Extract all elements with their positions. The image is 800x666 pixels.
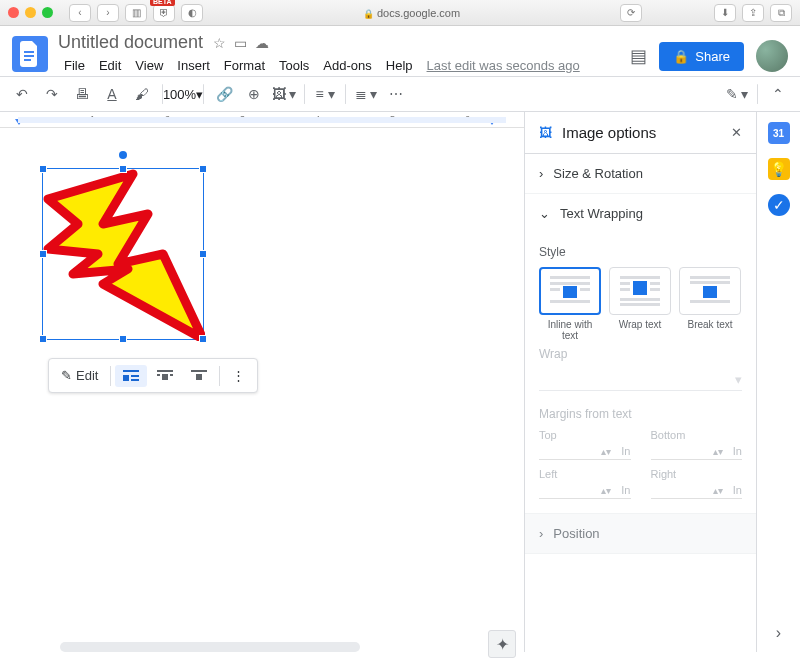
- menu-insert[interactable]: Insert: [171, 55, 216, 76]
- resize-handle[interactable]: [39, 165, 47, 173]
- document-title[interactable]: Untitled document: [58, 32, 203, 53]
- svg-rect-10: [157, 370, 173, 372]
- undo-button[interactable]: ↶: [8, 80, 36, 108]
- image-button[interactable]: 🖼 ▾: [270, 80, 298, 108]
- svg-rect-28: [620, 298, 660, 301]
- docs-header: Untitled document ☆ ▭ ☁ File Edit View I…: [0, 26, 800, 76]
- svg-rect-17: [550, 282, 590, 285]
- menu-addons[interactable]: Add-ons: [317, 55, 377, 76]
- print-button[interactable]: 🖶: [68, 80, 96, 108]
- close-window-icon[interactable]: [8, 7, 19, 18]
- menu-help[interactable]: Help: [380, 55, 419, 76]
- zoom-select[interactable]: 100% ▾: [169, 80, 197, 108]
- fullscreen-window-icon[interactable]: [42, 7, 53, 18]
- explore-button[interactable]: ✦: [488, 630, 516, 658]
- svg-rect-13: [170, 374, 173, 376]
- collapse-toolbar-button[interactable]: ⌃: [764, 80, 792, 108]
- link-button[interactable]: 🔗: [210, 80, 238, 108]
- menu-view[interactable]: View: [129, 55, 169, 76]
- image-options-panel: 🖼 Image options ✕ › Size & Rotation ⌄ Te…: [524, 112, 756, 652]
- download-icon[interactable]: ⬇: [714, 4, 736, 22]
- margin-bottom-field: Bottom ▴▾In: [651, 429, 743, 460]
- document-canvas[interactable]: 1 2 3 4 5 6: [0, 112, 524, 652]
- editing-mode-button[interactable]: ✎ ▾: [723, 80, 751, 108]
- close-panel-button[interactable]: ✕: [731, 125, 742, 140]
- section-text-wrapping[interactable]: ⌄ Text Wrapping: [525, 194, 756, 233]
- calendar-app-icon[interactable]: 31: [768, 122, 790, 144]
- forward-button[interactable]: ›: [97, 4, 119, 22]
- menu-edit[interactable]: Edit: [93, 55, 127, 76]
- inline-wrap-button[interactable]: [115, 365, 147, 387]
- margin-left-field: Left ▴▾In: [539, 468, 631, 499]
- workspace: 1 2 3 4 5 6: [0, 112, 800, 652]
- keep-app-icon[interactable]: 💡: [768, 158, 790, 180]
- horizontal-scrollbar[interactable]: [60, 642, 360, 652]
- sidebar-button[interactable]: ▥: [125, 4, 147, 22]
- svg-rect-0: [24, 51, 34, 53]
- star-icon[interactable]: ☆: [213, 35, 226, 51]
- resize-handle[interactable]: [199, 165, 207, 173]
- resize-handle[interactable]: [39, 250, 47, 258]
- paint-format-button[interactable]: 🖌: [128, 80, 156, 108]
- shield-icon[interactable]: ⛨: [153, 4, 175, 22]
- spellcheck-button[interactable]: A: [98, 80, 126, 108]
- contrast-icon[interactable]: ◐: [181, 4, 203, 22]
- redo-button[interactable]: ↷: [38, 80, 66, 108]
- resize-handle[interactable]: [39, 335, 47, 343]
- svg-rect-16: [550, 276, 590, 279]
- comments-icon[interactable]: ▤: [630, 45, 647, 67]
- docs-logo[interactable]: [12, 36, 48, 72]
- style-inline-option[interactable]: Inline with text: [539, 267, 601, 341]
- svg-rect-23: [620, 282, 630, 285]
- section-position[interactable]: › Position: [525, 514, 756, 553]
- svg-rect-14: [191, 370, 207, 372]
- style-break-option[interactable]: Break text: [679, 267, 741, 341]
- hide-sidepanel-button[interactable]: ›: [776, 624, 781, 642]
- menu-bar: File Edit View Insert Format Tools Add-o…: [58, 55, 620, 76]
- align-button[interactable]: ≡ ▾: [311, 80, 339, 108]
- tasks-app-icon[interactable]: ✓: [768, 194, 790, 216]
- more-tools-icon[interactable]: ⋯: [382, 80, 410, 108]
- line-spacing-button[interactable]: ≣ ▾: [352, 80, 380, 108]
- resize-handle[interactable]: [199, 335, 207, 343]
- svg-rect-2: [24, 59, 31, 61]
- image-icon: 🖼: [539, 125, 552, 140]
- resize-handle[interactable]: [199, 250, 207, 258]
- svg-rect-31: [690, 281, 730, 284]
- lightning-bolt-image[interactable]: [43, 169, 205, 341]
- resize-handle[interactable]: [119, 165, 127, 173]
- reload-button[interactable]: ⟳: [620, 4, 642, 22]
- move-icon[interactable]: ▭: [234, 35, 247, 51]
- section-size-rotation[interactable]: › Size & Rotation: [525, 154, 756, 193]
- more-options-button[interactable]: ⋮: [224, 363, 253, 388]
- cloud-icon[interactable]: ☁: [255, 35, 269, 51]
- back-button[interactable]: ‹: [69, 4, 91, 22]
- wrap-label: Wrap: [539, 347, 742, 361]
- wrap-text-button[interactable]: [149, 365, 181, 387]
- rotate-handle[interactable]: [119, 151, 127, 159]
- break-text-button[interactable]: [183, 365, 215, 387]
- share-button[interactable]: 🔒 Share: [659, 42, 744, 71]
- selected-image[interactable]: [42, 168, 204, 340]
- horizontal-ruler[interactable]: 1 2 3 4 5 6: [0, 112, 524, 128]
- style-wrap-option[interactable]: Wrap text: [609, 267, 671, 341]
- minimize-window-icon[interactable]: [25, 7, 36, 18]
- page[interactable]: ✎ Edit ⋮: [0, 128, 524, 652]
- resize-handle[interactable]: [119, 335, 127, 343]
- pencil-icon: ✎: [61, 368, 72, 383]
- svg-rect-24: [633, 281, 647, 295]
- address-bar[interactable]: 🔒 docs.google.com: [209, 7, 614, 19]
- menu-file[interactable]: File: [58, 55, 91, 76]
- menu-format[interactable]: Format: [218, 55, 271, 76]
- panel-title: Image options: [562, 124, 721, 141]
- share-icon[interactable]: ⇪: [742, 4, 764, 22]
- menu-tools[interactable]: Tools: [273, 55, 315, 76]
- image-context-toolbar: ✎ Edit ⋮: [48, 358, 258, 393]
- margin-top-field: Top ▴▾In: [539, 429, 631, 460]
- tabs-icon[interactable]: ⧉: [770, 4, 792, 22]
- edit-image-button[interactable]: ✎ Edit: [53, 363, 106, 388]
- last-edit-link[interactable]: Last edit was seconds ago: [427, 58, 580, 73]
- svg-rect-6: [123, 370, 139, 372]
- account-avatar[interactable]: [756, 40, 788, 72]
- comment-button[interactable]: ⊕: [240, 80, 268, 108]
